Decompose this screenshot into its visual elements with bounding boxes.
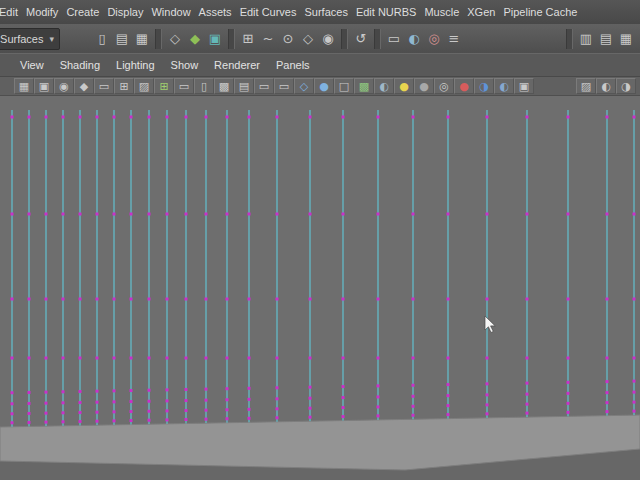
open-scene-icon[interactable]: ▤ [112,28,132,50]
wireframe-mode-icon[interactable]: ◇ [294,78,314,94]
snap-to-point-icon[interactable]: ⊙ [278,28,298,50]
menu-item-display[interactable]: Display [103,1,147,24]
group-divider[interactable] [341,29,348,49]
textured-mode-icon[interactable]: ▩ [354,78,374,94]
panel-toolbar: ▦▣◉◆▭⊞▨⊞▭▯▩▤▭▭◇●□▩◐●●◎●◑◐▣▨◐◑ [0,77,640,96]
snap-to-grid-icon[interactable]: ⊞ [238,28,258,50]
resolution-gate-icon[interactable]: ▯ [194,78,214,94]
snap-to-plane-icon[interactable]: ◇ [298,28,318,50]
viewport-canvas[interactable] [0,96,640,480]
occlusion-icon[interactable]: ◎ [434,78,454,94]
construction-history-icon[interactable]: ↺ [351,28,371,50]
show-channel-box-icon[interactable]: ▦ [616,28,636,50]
main-menu-items: EditModifyCreateDisplayWindowAssetsEdit … [0,1,581,24]
menu-item-surfaces[interactable]: Surfaces [300,1,351,24]
open-render-view-icon[interactable]: ▭ [384,28,404,50]
shadows-icon[interactable]: ● [414,78,434,94]
gate-mask-icon[interactable]: ▩ [214,78,234,94]
panel-menu-bar: ViewShadingLightingShowRendererPanels [0,53,640,77]
multisampling-icon[interactable]: ◑ [474,78,494,94]
group-divider[interactable] [155,29,162,49]
menu-item-pipeline-cache[interactable]: Pipeline Cache [499,1,581,24]
snap-to-curve-icon[interactable]: ~ [258,28,278,50]
ipr-render-icon[interactable]: ◎ [424,28,444,50]
viewport-panel[interactable] [0,96,640,480]
panel-menu-show[interactable]: Show [163,59,207,71]
field-chart-icon[interactable]: ▤ [234,78,254,94]
group-divider[interactable] [566,29,573,49]
status-line: Surfaces ▾ ▯▤▦◇◆▣⊞~⊙◇◉↺▭◐◎≡▥▤▦ [0,24,640,54]
select-by-object-type-icon[interactable]: ◆ [185,28,205,50]
new-scene-icon[interactable]: ▯ [92,28,112,50]
grid-icon[interactable]: ⊞ [154,78,174,94]
select-camera-icon[interactable]: ▦ [14,78,34,94]
bookmarks-icon[interactable]: ◆ [74,78,94,94]
isolate-select-icon[interactable]: ▣ [514,78,534,94]
menu-set-value: Surfaces [0,33,43,45]
grease-pencil-icon[interactable]: ▨ [134,78,154,94]
use-default-material-icon[interactable]: ◐ [374,78,394,94]
smooth-shade-mode-icon[interactable]: ● [314,78,334,94]
exposure-icon[interactable]: ◐ [596,78,616,94]
panel-menu-view[interactable]: View [12,59,52,71]
select-by-hierarchy-icon[interactable]: ◇ [165,28,185,50]
make-object-live-icon[interactable]: ◉ [318,28,338,50]
panel-menu-renderer[interactable]: Renderer [206,59,268,71]
gamma-icon[interactable]: ◑ [616,78,636,94]
main-menu-bar: EditModifyCreateDisplayWindowAssetsEdit … [0,0,640,25]
menu-item-edit[interactable]: Edit [0,1,22,24]
group-divider[interactable] [374,29,381,49]
image-plane-icon[interactable]: ▭ [94,78,114,94]
bounding-box-mode-icon[interactable]: □ [334,78,354,94]
film-gate-icon[interactable]: ▭ [174,78,194,94]
maya-window: EditModifyCreateDisplayWindowAssetsEdit … [0,0,640,480]
render-settings-icon[interactable]: ≡ [444,28,464,50]
render-current-frame-icon[interactable]: ◐ [404,28,424,50]
2d-pan-zoom-icon[interactable]: ⊞ [114,78,134,94]
menu-item-xgen[interactable]: XGen [463,1,499,24]
group-divider[interactable] [228,29,235,49]
motion-blur-icon[interactable]: ● [454,78,474,94]
menu-item-window[interactable]: Window [147,1,194,24]
status-line-icons: ▯▤▦◇◆▣⊞~⊙◇◉↺▭◐◎≡▥▤▦ [60,24,640,53]
safe-title-icon[interactable]: ▭ [274,78,294,94]
select-by-component-type-icon[interactable]: ▣ [205,28,225,50]
menu-item-assets[interactable]: Assets [195,1,236,24]
show-tool-settings-icon[interactable]: ▤ [596,28,616,50]
show-attribute-editor-icon[interactable]: ▥ [576,28,596,50]
xray-icon[interactable]: ▨ [576,78,596,94]
menu-set-dropdown[interactable]: Surfaces ▾ [0,28,60,50]
camera-attributes-icon[interactable]: ◉ [54,78,74,94]
safe-action-icon[interactable]: ▭ [254,78,274,94]
lock-camera-icon[interactable]: ▣ [34,78,54,94]
lighting-icon[interactable]: ● [394,78,414,94]
menu-item-modify[interactable]: Modify [22,1,62,24]
menu-item-create[interactable]: Create [62,1,103,24]
panel-menu-panels[interactable]: Panels [268,59,318,71]
menu-item-muscle[interactable]: Muscle [420,1,463,24]
panel-menu-lighting[interactable]: Lighting [108,59,163,71]
panel-menu-shading[interactable]: Shading [52,59,108,71]
chevron-down-icon: ▾ [49,34,54,44]
save-scene-icon[interactable]: ▦ [132,28,152,50]
fog-icon[interactable]: ◐ [494,78,514,94]
menu-item-edit-curves[interactable]: Edit Curves [236,1,301,24]
menu-item-edit-nurbs[interactable]: Edit NURBS [352,1,421,24]
